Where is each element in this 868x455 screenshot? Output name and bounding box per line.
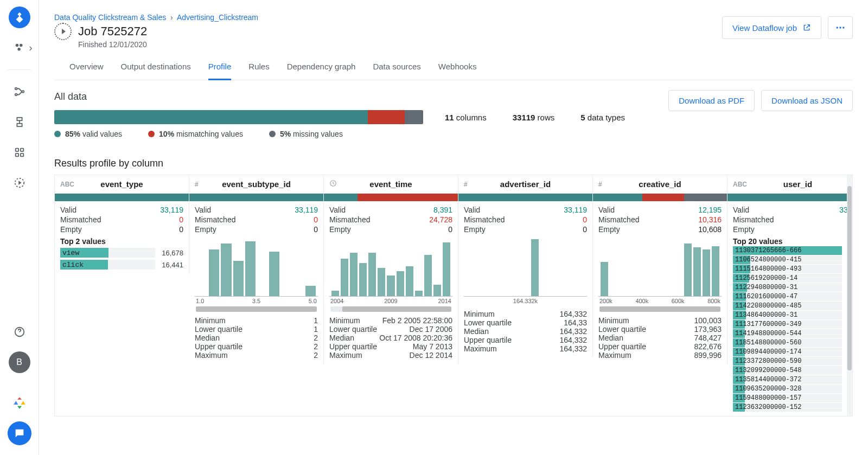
columns-container[interactable]: ABCevent_type Valid33,119 Mismatched0 Em… xyxy=(54,175,853,416)
svg-rect-8 xyxy=(15,149,18,152)
download-json-button[interactable]: Download as JSON xyxy=(761,90,853,111)
range-slider[interactable] xyxy=(599,306,720,312)
tab-profile[interactable]: Profile xyxy=(208,62,232,80)
type-icon: ABC xyxy=(60,181,74,188)
axis: 200420092014 xyxy=(329,297,452,305)
job-status-icon xyxy=(54,23,72,40)
type-icon: # xyxy=(464,181,468,188)
column-user_id: ABCuser_id Valid33,119 Mismatched0 Empty… xyxy=(727,175,853,416)
top-value-row: 1125619200000-14 74 xyxy=(733,274,853,283)
column-validity-bar xyxy=(189,194,323,201)
top-value-row: 1106524800000-415 79 xyxy=(733,255,853,264)
breadcrumb-current[interactable]: Advertising_Clickstream xyxy=(177,13,258,22)
svg-rect-11 xyxy=(20,153,23,157)
stats-block: Minimum164,332Lower quartile164,33Median… xyxy=(464,310,587,353)
type-icon: # xyxy=(195,181,199,188)
summary-stats: 11 columns 33119 rows 5 data types xyxy=(445,113,625,122)
more-horizontal-icon xyxy=(835,22,846,33)
top-value-row: 1122940800000-31 66 xyxy=(733,283,853,292)
column-event_subtype_id: #event_subtype_id Valid33,119 Mismatched… xyxy=(189,175,324,364)
tab-output-destinations[interactable]: Output destinations xyxy=(121,62,191,80)
column-validity-bar xyxy=(727,194,853,201)
axis: 1.03.55.0 xyxy=(195,297,318,305)
top-value-row: 1116201600000-47 62 xyxy=(733,292,853,301)
top-value-row: 1159488000000-157 54 xyxy=(733,394,853,402)
svg-point-14 xyxy=(837,27,838,28)
vertical-scrollbar[interactable] xyxy=(847,175,852,416)
product-icon[interactable] xyxy=(9,7,30,28)
top-value-row: 1109635200000-328 54 xyxy=(733,384,853,393)
top-value-row: 1142208000000-485 61 xyxy=(733,302,853,310)
type-icon: # xyxy=(598,181,602,188)
top-value-row: 1132099200000-548 54 xyxy=(733,366,853,375)
histogram xyxy=(329,237,452,297)
top-value-row: 1134864000000-31 60 xyxy=(733,311,853,319)
chat-icon[interactable] xyxy=(8,421,31,445)
job-subtitle: Finished 12/01/2020 xyxy=(78,40,853,49)
tab-overview[interactable]: Overview xyxy=(69,62,104,80)
svg-rect-10 xyxy=(15,153,18,157)
rail-divider xyxy=(8,69,31,70)
column-name: event_type xyxy=(100,180,143,189)
range-slider[interactable] xyxy=(196,306,317,312)
column-event_time: event_time Valid8,391 Mismatched24,728 E… xyxy=(324,175,458,364)
top-value-row: 1130371265666-666 500 xyxy=(733,246,853,255)
svg-rect-6 xyxy=(17,118,22,121)
histogram xyxy=(195,237,318,297)
histogram xyxy=(464,237,587,297)
more-actions-button[interactable] xyxy=(828,16,853,39)
tab-webhooks[interactable]: Webhooks xyxy=(438,62,477,80)
svg-rect-9 xyxy=(20,149,23,152)
column-name: creative_id xyxy=(639,180,681,189)
stats-block: MinimumFeb 2 2005 22:58:00Lower quartile… xyxy=(329,316,452,360)
legend-item: 10% mismatching values xyxy=(148,130,243,138)
legend-item: 85% valid values xyxy=(54,130,122,138)
flows-icon[interactable]: › xyxy=(9,37,30,59)
view-dataflow-button[interactable]: View Dataflow job xyxy=(722,16,821,39)
schedule-icon[interactable] xyxy=(9,111,30,133)
top-value-row: 1123632000000-152 53 xyxy=(733,403,853,412)
top-value-row: 1109894400000-174 55 xyxy=(733,348,853,356)
help-icon[interactable] xyxy=(9,321,30,343)
svg-point-0 xyxy=(15,44,18,47)
svg-point-4 xyxy=(15,94,17,96)
column-name: event_subtype_id xyxy=(222,180,291,189)
connections-icon[interactable] xyxy=(9,81,30,102)
top-value-row: 1135814400000-372 54 xyxy=(733,375,853,384)
top-value-row: 1115164800000-493 78 xyxy=(733,265,853,273)
column-creative_id: #creative_id Valid12,195 Mismatched10,31… xyxy=(593,175,727,364)
results-title: Results profile by column xyxy=(54,158,853,169)
top-values-title: Top 2 values xyxy=(60,237,183,246)
user-avatar[interactable]: B xyxy=(9,351,30,373)
range-slider[interactable] xyxy=(330,306,451,312)
top-value-row: 1141948800000-544 57 xyxy=(733,329,853,338)
top-value-row: 1185148800000-560 57 xyxy=(733,338,853,347)
axis: 164.332k xyxy=(464,297,587,305)
column-name: event_time xyxy=(369,180,412,189)
tab-dependency-graph[interactable]: Dependency graph xyxy=(287,62,356,80)
column-validity-bar xyxy=(458,194,592,201)
tabs: OverviewOutput destinationsProfileRulesD… xyxy=(54,62,853,80)
legend-item: 5% missing values xyxy=(269,130,343,138)
breadcrumb-parent[interactable]: Data Quality Clickstream & Sales xyxy=(54,13,166,22)
type-icon: ABC xyxy=(733,181,747,188)
tab-rules[interactable]: Rules xyxy=(248,62,269,80)
tab-data-sources[interactable]: Data sources xyxy=(373,62,420,80)
column-name: user_id xyxy=(783,180,812,189)
download-pdf-button[interactable]: Download as PDF xyxy=(668,90,755,111)
column-advertiser_id: #advertiser_id Valid33,119 Mismatched0 E… xyxy=(458,175,593,357)
gcp-logo-icon xyxy=(11,394,28,413)
histogram xyxy=(598,237,722,297)
apps-icon[interactable] xyxy=(9,142,30,163)
svg-point-15 xyxy=(839,27,841,28)
svg-point-3 xyxy=(15,88,17,90)
svg-point-1 xyxy=(20,44,23,47)
validity-summary-bar xyxy=(54,110,423,124)
jobs-icon[interactable] xyxy=(9,172,30,194)
top-value-row: 1123372800000-590 55 xyxy=(733,357,853,366)
top-value-row: view 16,678 xyxy=(60,248,183,258)
column-validity-bar xyxy=(593,194,727,201)
column-event_type: ABCevent_type Valid33,119 Mismatched0 Em… xyxy=(55,175,189,274)
legend: 85% valid values10% mismatching values5%… xyxy=(54,130,853,138)
svg-point-16 xyxy=(843,27,844,28)
